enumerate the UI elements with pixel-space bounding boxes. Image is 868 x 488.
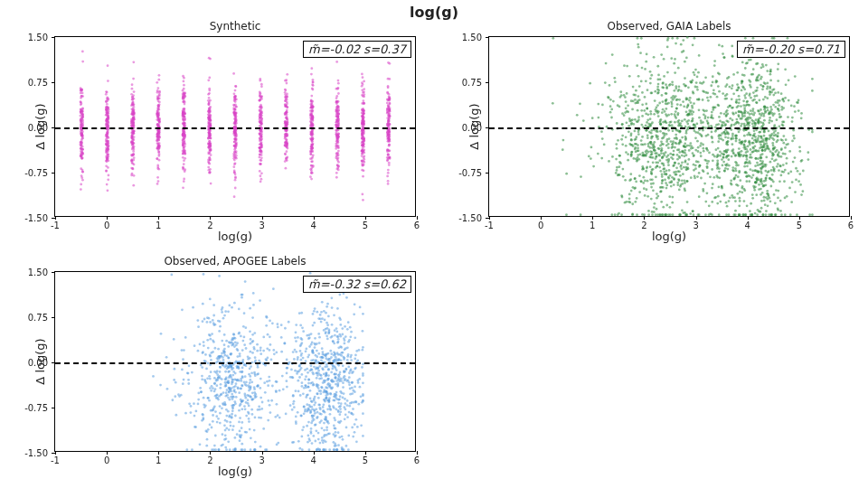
svg-point-1776 [259,163,261,165]
svg-point-1930 [791,117,794,119]
svg-point-1810 [722,52,724,55]
svg-point-4549 [325,373,327,376]
svg-point-3549 [698,164,701,167]
svg-point-4055 [262,350,265,352]
svg-point-3502 [778,164,781,167]
svg-point-3133 [667,143,670,145]
svg-point-1720 [105,108,108,111]
svg-point-3075 [674,146,676,149]
svg-point-3469 [674,121,676,124]
svg-point-4723 [230,396,232,399]
svg-point-4652 [231,407,234,409]
svg-point-3583 [755,193,758,196]
svg-point-2784 [695,160,698,163]
svg-point-3517 [710,117,712,119]
svg-point-3510 [671,103,674,106]
svg-point-2036 [795,167,797,170]
svg-point-1726 [208,156,211,159]
svg-point-4140 [354,423,356,426]
svg-point-4031 [215,394,218,397]
svg-point-3334 [790,201,793,203]
svg-point-4889 [322,448,325,451]
svg-point-399 [207,166,210,169]
svg-point-758 [105,164,108,167]
svg-point-3563 [763,144,766,146]
svg-point-4089 [316,355,318,358]
svg-point-1818 [580,175,582,178]
svg-point-4032 [326,334,328,337]
svg-point-3078 [777,135,779,137]
svg-point-4630 [317,372,320,375]
svg-point-4595 [241,443,243,446]
svg-point-4333 [335,331,338,333]
svg-point-2908 [741,123,743,126]
x-tick: 5 [797,221,802,230]
svg-point-1583 [387,139,390,142]
svg-point-4616 [223,343,226,346]
svg-point-1774 [184,153,186,155]
svg-point-4655 [353,313,355,315]
svg-point-3746 [297,390,300,393]
svg-point-1582 [312,84,315,87]
x-tick: 0 [104,455,109,465]
svg-point-3020 [696,76,699,79]
x-tick: 2 [641,221,646,230]
svg-point-1797 [337,121,340,124]
svg-point-2552 [656,208,658,211]
svg-point-3097 [744,161,747,164]
svg-point-3359 [763,119,766,122]
svg-point-3096 [755,157,758,160]
svg-point-3172 [618,165,620,168]
svg-point-4867 [218,375,221,378]
svg-point-3074 [727,136,730,139]
svg-point-2809 [755,101,758,104]
svg-point-347 [208,92,211,95]
svg-point-4118 [318,336,321,339]
svg-point-4245 [313,404,316,407]
svg-point-3527 [765,183,768,186]
svg-point-3419 [788,99,790,102]
svg-point-1749 [312,154,315,156]
svg-point-2332 [760,67,763,70]
svg-point-1523 [361,159,363,162]
svg-point-2027 [644,68,646,70]
svg-point-4702 [340,378,343,380]
svg-point-1340 [207,146,210,149]
svg-point-2508 [632,145,635,147]
svg-point-4160 [254,360,257,362]
svg-point-3676 [175,381,177,384]
svg-point-4169 [196,319,199,322]
svg-point-4545 [228,387,231,389]
svg-point-4008 [208,317,211,320]
svg-point-2687 [770,169,773,172]
svg-point-4783 [217,448,220,451]
svg-point-4305 [250,408,253,411]
svg-point-2259 [764,82,767,85]
svg-point-1792 [233,98,236,100]
svg-point-3879 [335,383,337,386]
svg-point-3280 [661,86,664,89]
svg-point-4519 [321,347,324,350]
svg-point-2581 [677,112,680,115]
svg-point-3693 [206,377,209,380]
svg-point-1777 [361,122,363,125]
svg-point-4818 [241,400,243,403]
svg-point-4037 [266,380,269,383]
svg-point-2907 [654,90,656,93]
svg-point-4835 [362,394,364,397]
svg-point-4407 [285,380,288,382]
svg-point-4751 [223,438,226,441]
x-tick: -1 [51,221,60,230]
svg-point-2032 [609,105,612,108]
svg-point-3256 [729,117,731,120]
svg-point-1685 [363,120,365,123]
svg-point-3152 [751,123,754,126]
svg-point-1466 [387,157,390,160]
svg-point-1637 [259,139,261,142]
svg-point-2081 [637,46,640,49]
svg-point-1220 [182,186,184,189]
svg-point-4066 [184,412,187,415]
svg-point-826 [81,169,84,172]
svg-point-3122 [651,178,654,181]
svg-point-2465 [750,168,752,171]
